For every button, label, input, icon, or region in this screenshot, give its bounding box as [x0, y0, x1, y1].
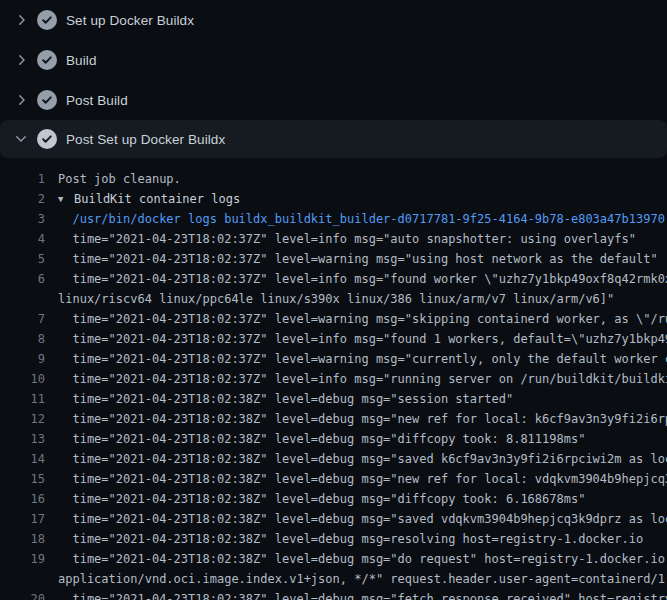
check-circle-icon: [37, 90, 57, 110]
line-number[interactable]: 4: [0, 229, 45, 249]
line-number[interactable]: 16: [0, 489, 45, 509]
log-line: 9 time="2021-04-23T18:02:37Z" level=warn…: [0, 349, 667, 369]
line-number[interactable]: 18: [0, 529, 45, 549]
log-area: 1Post job cleanup.2▼BuildKit container l…: [0, 158, 667, 600]
line-number[interactable]: 8: [0, 329, 45, 349]
log-line: 3 /usr/bin/docker logs buildx_buildkit_b…: [0, 209, 667, 229]
chevron-right-icon[interactable]: [13, 52, 29, 68]
step-row-set-up-docker-buildx[interactable]: Set up Docker Buildx: [0, 0, 667, 40]
log-rows: 1Post job cleanup.2▼BuildKit container l…: [0, 169, 667, 600]
log-text: time="2021-04-23T18:02:37Z" level=warnin…: [58, 349, 667, 369]
log-text: time="2021-04-23T18:02:38Z" level=debug …: [58, 409, 667, 429]
log-text: time="2021-04-23T18:02:38Z" level=debug …: [58, 429, 585, 449]
log-text: time="2021-04-23T18:02:38Z" level=debug …: [58, 389, 513, 409]
step-label: Set up Docker Buildx: [66, 13, 194, 28]
line-number[interactable]: 13: [0, 429, 45, 449]
line-number[interactable]: 7: [0, 309, 45, 329]
log-text: time="2021-04-23T18:02:38Z" level=debug …: [58, 529, 643, 549]
log-line: 2▼BuildKit container logs: [0, 189, 667, 209]
line-number[interactable]: [0, 569, 45, 589]
log-text: linux/riscv64 linux/ppc64le linux/s390x …: [58, 289, 614, 309]
log-line: 1Post job cleanup.: [0, 169, 667, 189]
triangle-down-icon: ▼: [58, 189, 74, 209]
log-line: 10 time="2021-04-23T18:02:37Z" level=inf…: [0, 369, 667, 389]
log-line: 5 time="2021-04-23T18:02:37Z" level=warn…: [0, 249, 667, 269]
line-number[interactable]: 6: [0, 269, 45, 289]
step-row-build[interactable]: Build: [0, 40, 667, 80]
log-text: time="2021-04-23T18:02:38Z" level=debug …: [58, 469, 667, 489]
log-text: Post job cleanup.: [58, 169, 181, 189]
step-row-post-build[interactable]: Post Build: [0, 80, 667, 120]
line-number[interactable]: 20: [0, 589, 45, 600]
check-circle-icon: [37, 50, 57, 70]
chevron-down-icon[interactable]: [13, 131, 29, 147]
line-number[interactable]: 10: [0, 369, 45, 389]
log-line: 4 time="2021-04-23T18:02:37Z" level=info…: [0, 229, 667, 249]
log-line: 12 time="2021-04-23T18:02:38Z" level=deb…: [0, 409, 667, 429]
line-number[interactable]: 3: [0, 209, 45, 229]
step-label: Post Set up Docker Buildx: [66, 132, 225, 147]
chevron-right-icon[interactable]: [13, 12, 29, 28]
log-line: 6 time="2021-04-23T18:02:37Z" level=info…: [0, 269, 667, 289]
log-command-text: /usr/bin/docker logs buildx_buildkit_bui…: [58, 209, 665, 229]
check-circle-icon: [37, 10, 57, 30]
log-text: time="2021-04-23T18:02:38Z" level=debug …: [58, 549, 667, 569]
log-line: 17 time="2021-04-23T18:02:38Z" level=deb…: [0, 509, 667, 529]
log-line: 14 time="2021-04-23T18:02:38Z" level=deb…: [0, 449, 667, 469]
log-text: time="2021-04-23T18:02:37Z" level=info m…: [58, 269, 667, 289]
step-row-post-set-up-docker-buildx[interactable]: Post Set up Docker Buildx: [0, 120, 667, 158]
line-number[interactable]: 17: [0, 509, 45, 529]
check-circle-icon: [37, 129, 57, 149]
log-line: 11 time="2021-04-23T18:02:38Z" level=deb…: [0, 389, 667, 409]
line-number[interactable]: 14: [0, 449, 45, 469]
line-number[interactable]: 19: [0, 549, 45, 569]
chevron-right-icon[interactable]: [13, 92, 29, 108]
log-line: 19 time="2021-04-23T18:02:38Z" level=deb…: [0, 549, 667, 569]
log-line: 7 time="2021-04-23T18:02:37Z" level=warn…: [0, 309, 667, 329]
log-group-label: BuildKit container logs: [74, 192, 240, 206]
log-text: time="2021-04-23T18:02:38Z" level=debug …: [58, 589, 667, 600]
log-text: time="2021-04-23T18:02:37Z" level=info m…: [58, 369, 667, 389]
log-text: application/vnd.oci.image.index.v1+json,…: [58, 569, 667, 589]
step-label: Post Build: [66, 93, 128, 108]
log-text: time="2021-04-23T18:02:37Z" level=warnin…: [58, 309, 667, 329]
log-text: time="2021-04-23T18:02:37Z" level=info m…: [58, 229, 636, 249]
log-line: 8 time="2021-04-23T18:02:37Z" level=info…: [0, 329, 667, 349]
log-text: time="2021-04-23T18:02:37Z" level=warnin…: [58, 249, 658, 269]
log-text: time="2021-04-23T18:02:37Z" level=info m…: [58, 329, 667, 349]
workflow-step-list: Set up Docker Buildx Build Post Build Po…: [0, 0, 667, 158]
line-number[interactable]: [0, 289, 45, 309]
log-line: 20 time="2021-04-23T18:02:38Z" level=deb…: [0, 589, 667, 600]
log-line: 15 time="2021-04-23T18:02:38Z" level=deb…: [0, 469, 667, 489]
log-line: 16 time="2021-04-23T18:02:38Z" level=deb…: [0, 489, 667, 509]
line-number[interactable]: 12: [0, 409, 45, 429]
log-line: 18 time="2021-04-23T18:02:38Z" level=deb…: [0, 529, 667, 549]
log-line: linux/riscv64 linux/ppc64le linux/s390x …: [0, 289, 667, 309]
line-number[interactable]: 11: [0, 389, 45, 409]
log-group-toggle[interactable]: ▼BuildKit container logs: [58, 189, 240, 209]
line-number[interactable]: 2: [0, 189, 45, 209]
log-text: time="2021-04-23T18:02:38Z" level=debug …: [58, 449, 667, 469]
step-label: Build: [66, 53, 97, 68]
line-number[interactable]: 5: [0, 249, 45, 269]
log-text: time="2021-04-23T18:02:38Z" level=debug …: [58, 489, 585, 509]
line-number[interactable]: 15: [0, 469, 45, 489]
log-line: application/vnd.oci.image.index.v1+json,…: [0, 569, 667, 589]
line-number[interactable]: 1: [0, 169, 45, 189]
log-line: 13 time="2021-04-23T18:02:38Z" level=deb…: [0, 429, 667, 449]
log-text: time="2021-04-23T18:02:38Z" level=debug …: [58, 509, 667, 529]
line-number[interactable]: 9: [0, 349, 45, 369]
